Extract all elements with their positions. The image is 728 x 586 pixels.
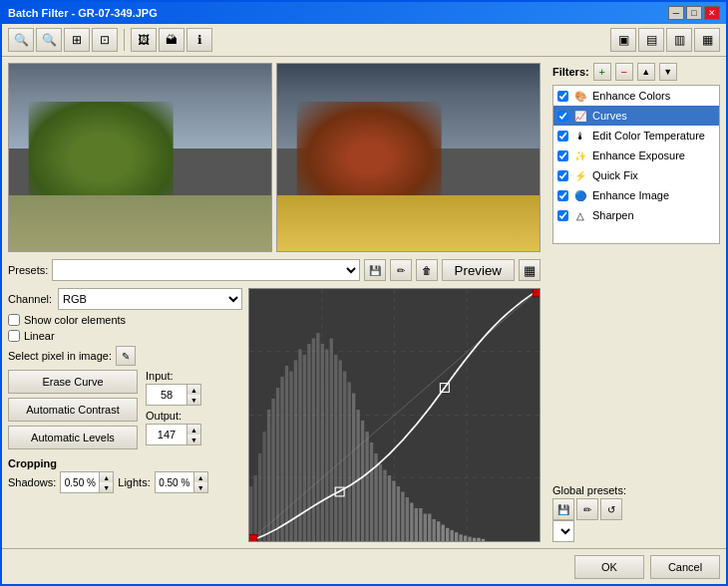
svg-rect-36 (379, 464, 382, 541)
filters-list: 🎨 Enhance Colors 📈 Curves 🌡 Edit Color T… (552, 85, 720, 244)
show-color-elements-checkbox[interactable] (8, 314, 20, 326)
filter-down-button[interactable]: ▼ (659, 63, 677, 81)
cancel-button[interactable]: Cancel (650, 555, 720, 579)
preset-save-button[interactable]: 💾 (364, 259, 386, 281)
filter-checkbox-color-temperature[interactable] (557, 131, 568, 142)
filter-up-button[interactable]: ▲ (637, 63, 655, 81)
svg-rect-40 (397, 486, 400, 541)
info-button[interactable]: ℹ (186, 28, 212, 52)
filter-item-enhance-image[interactable]: 🔵 Enhance Image (553, 185, 719, 205)
color-temperature-icon: 🌡 (572, 128, 588, 144)
select-pixel-button[interactable]: ✎ (116, 346, 136, 366)
cropping-row: Shadows: ▲ ▼ Lights: (8, 471, 242, 493)
enhance-image-icon: 🔵 (572, 187, 588, 203)
main-content: Presets: 💾 ✏ 🗑 Preview ▦ Channel: RGB (2, 57, 726, 548)
filter-label-color-temperature: Edit Color Temperature (592, 130, 705, 142)
filter-item-enhance-exposure[interactable]: ✨ Enhance Exposure (553, 146, 719, 165)
filters-header: Filters: + − ▲ ▼ (552, 63, 720, 81)
erase-curve-button[interactable]: Erase Curve (8, 370, 138, 394)
output-up-button[interactable]: ▲ (186, 425, 200, 435)
window-title: Batch Filter - GR-07-349.JPG (8, 7, 158, 19)
global-presets-label: Global presets: (552, 484, 720, 496)
filter-checkbox-quick-fix[interactable] (557, 170, 568, 181)
quick-fix-icon: ⚡ (572, 167, 588, 183)
filter-item-sharpen[interactable]: △ Sharpen (553, 205, 719, 225)
channel-row: Channel: RGB Red Green Blue (8, 288, 242, 310)
select-pixel-label: Select pixel in image: (8, 350, 112, 362)
input-up-button[interactable]: ▲ (186, 385, 200, 395)
svg-rect-45 (419, 508, 422, 541)
close-button[interactable]: ✕ (704, 6, 720, 20)
ok-button[interactable]: OK (574, 555, 644, 579)
linear-checkbox[interactable] (8, 330, 20, 342)
actual-size-button[interactable]: ⊡ (92, 28, 118, 52)
landscape-button[interactable]: 🏔 (159, 28, 184, 52)
filter-checkbox-sharpen[interactable] (557, 210, 568, 221)
maximize-button[interactable]: □ (686, 6, 702, 20)
svg-rect-11 (267, 410, 270, 541)
lights-down-button[interactable]: ▼ (193, 482, 207, 492)
filter-item-quick-fix[interactable]: ⚡ Quick Fix (553, 165, 719, 185)
svg-rect-52 (450, 530, 453, 541)
filter-item-color-temperature[interactable]: 🌡 Edit Color Temperature (553, 126, 719, 146)
filter-checkbox-curves[interactable] (557, 111, 568, 122)
lights-input[interactable] (156, 473, 193, 491)
toolbar: 🔍 🔍 ⊞ ⊡ 🖼 🏔 ℹ ▣ ▤ ▥ ▦ (2, 24, 726, 57)
preset-delete-button[interactable]: 🗑 (416, 259, 438, 281)
minimize-button[interactable]: ─ (668, 6, 684, 20)
show-color-elements-row: Show color elements (8, 314, 242, 326)
auto-contrast-button[interactable]: Automatic Contrast (8, 398, 138, 422)
filter-add-button[interactable]: + (593, 63, 611, 81)
linear-row: Linear (8, 330, 242, 342)
channel-select[interactable]: RGB Red Green Blue (58, 288, 242, 310)
lights-up-button[interactable]: ▲ (193, 472, 207, 482)
layout4-button[interactable]: ▦ (694, 28, 720, 52)
filter-item-enhance-colors[interactable]: 🎨 Enhance Colors (553, 86, 719, 106)
svg-rect-21 (312, 339, 315, 542)
shadows-up-button[interactable]: ▲ (99, 472, 113, 482)
auto-levels-button[interactable]: Automatic Levels (8, 426, 138, 449)
layout2-button[interactable]: ▤ (638, 28, 664, 52)
presets-select[interactable] (52, 259, 359, 281)
output-down-button[interactable]: ▼ (186, 435, 200, 444)
svg-rect-30 (352, 394, 355, 542)
filter-checkbox-enhance-exposure[interactable] (557, 150, 568, 161)
svg-rect-63 (533, 289, 540, 297)
output-wrap: ▲ ▼ (146, 424, 201, 445)
input-field[interactable] (147, 385, 186, 405)
filter-label-enhance-colors: Enhance Colors (592, 90, 670, 102)
shadows-input[interactable] (61, 473, 99, 491)
global-edit-button[interactable]: ✏ (576, 498, 598, 520)
layout3-button[interactable]: ▥ (666, 28, 692, 52)
filter-remove-button[interactable]: − (615, 63, 633, 81)
sharpen-icon: △ (572, 207, 588, 223)
zoom-in-button[interactable]: 🔍 (8, 28, 34, 52)
svg-rect-27 (339, 361, 342, 542)
lights-label: Lights: (118, 476, 150, 488)
svg-rect-18 (298, 350, 301, 542)
preview-icon-button[interactable]: ▦ (519, 259, 541, 281)
filter-item-curves[interactable]: 📈 Curves (553, 106, 719, 126)
fit-button[interactable]: ⊞ (64, 28, 90, 52)
svg-rect-31 (356, 410, 359, 541)
preset-edit-button[interactable]: ✏ (390, 259, 412, 281)
portrait-button[interactable]: 🖼 (131, 28, 157, 52)
layout1-button[interactable]: ▣ (610, 28, 636, 52)
output-field[interactable] (147, 425, 186, 444)
actions-col: Erase Curve Automatic Contrast Automatic… (8, 370, 138, 449)
filter-checkbox-enhance-colors[interactable] (557, 91, 568, 102)
svg-rect-44 (415, 508, 418, 541)
svg-rect-54 (459, 534, 462, 541)
global-save-button[interactable]: 💾 (552, 498, 574, 520)
shadows-down-button[interactable]: ▼ (99, 482, 113, 492)
global-undo-button[interactable]: ↺ (600, 498, 622, 520)
global-presets-row: 💾 ✏ ↺ (552, 498, 720, 520)
global-presets-select[interactable] (552, 520, 574, 542)
svg-rect-26 (334, 355, 337, 541)
input-down-button[interactable]: ▼ (186, 395, 200, 405)
zoom-out-button[interactable]: 🔍 (36, 28, 62, 52)
filter-checkbox-enhance-image[interactable] (557, 190, 568, 201)
shadows-label: Shadows: (8, 476, 56, 488)
curves-graph[interactable] (248, 288, 541, 542)
preview-button[interactable]: Preview (442, 259, 515, 281)
